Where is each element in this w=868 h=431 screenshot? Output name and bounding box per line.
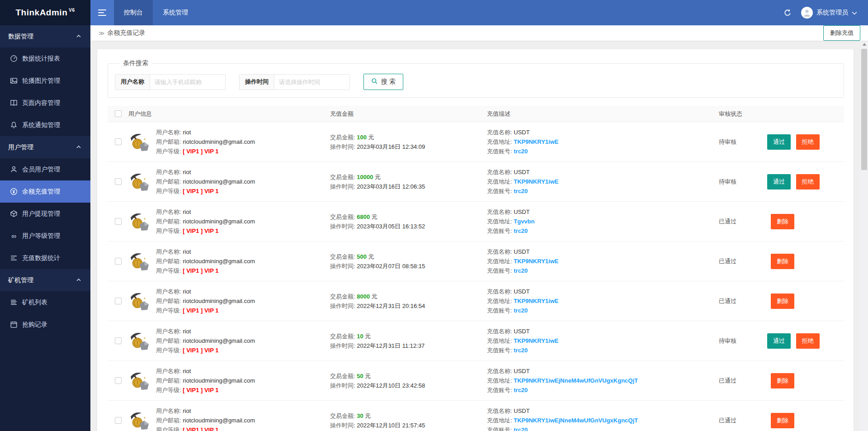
sidebar-group-miner[interactable]: 矿机管理 bbox=[0, 269, 90, 291]
amount-value: 10 bbox=[357, 333, 363, 340]
approve-button[interactable]: 通过 bbox=[767, 174, 791, 189]
sidebar-group-data[interactable]: 数据管理 bbox=[0, 25, 90, 47]
sidebar-item-withdraw[interactable]: 用户提现管理 bbox=[0, 203, 90, 225]
user-name-value: riot bbox=[183, 407, 191, 414]
row-checkbox[interactable] bbox=[115, 298, 122, 304]
charge-name-value: USDT bbox=[514, 248, 529, 255]
charge-account-value[interactable]: trc20 bbox=[514, 347, 528, 354]
charge-address-value[interactable]: TKP9NKRY1iwE bbox=[514, 337, 558, 344]
charge-account-value[interactable]: trc20 bbox=[514, 267, 528, 274]
charge-name-label: 充值名称: bbox=[487, 288, 512, 295]
amount-value: 30 bbox=[357, 412, 363, 419]
time-value: 2022年12月10日 21:57:45 bbox=[357, 422, 425, 429]
sidebar-item-member[interactable]: 会员用户管理 bbox=[0, 158, 90, 180]
row-checkbox[interactable] bbox=[115, 258, 122, 265]
charge-address-value[interactable]: TKP9NKRY1iwE bbox=[514, 258, 558, 265]
brand-name: ThinkAdmin bbox=[15, 8, 67, 18]
select-all-checkbox[interactable] bbox=[115, 110, 122, 117]
time-value: 2023年03月05日 16:13:52 bbox=[357, 223, 425, 230]
amount-value: 6800 bbox=[357, 213, 370, 220]
delete-button[interactable]: 删除 bbox=[771, 413, 794, 428]
row-checkbox[interactable] bbox=[115, 178, 122, 185]
charge-address-label: 充值地址: bbox=[487, 298, 512, 304]
table-body: 用户名称: riot 用户邮箱: riotcloudmining@gmail.c… bbox=[108, 122, 844, 431]
charge-address-value[interactable]: TKP9NKRY1iwE bbox=[514, 298, 558, 304]
charge-address-value[interactable]: TKP9NKRY1iwEjNneM4wUfGnVUgxKgncQjT bbox=[514, 417, 638, 424]
time-label: 操作时间: bbox=[330, 223, 355, 230]
vertical-scrollbar[interactable] bbox=[860, 41, 868, 431]
user-name: 系统管理员 bbox=[816, 9, 848, 17]
sidebar-item-notification[interactable]: 系统通知管理 bbox=[0, 114, 90, 136]
charge-name-label: 充值名称: bbox=[487, 368, 512, 374]
topbar: 控制台 系统管理 系统管理员 bbox=[90, 0, 868, 25]
col-user-info: 用户信息 bbox=[128, 110, 330, 118]
amount-unit: 元 bbox=[372, 293, 377, 300]
user-level-value: [ VIP1 ] VIP 1 bbox=[183, 188, 218, 194]
delete-button[interactable]: 删除 bbox=[771, 254, 794, 269]
row-checkbox[interactable] bbox=[115, 377, 122, 384]
sidebar-item-level[interactable]: ∞ 用户等级管理 bbox=[0, 225, 90, 247]
charge-account-value[interactable]: trc20 bbox=[514, 148, 528, 155]
user-name-label: 用户名称: bbox=[156, 407, 181, 414]
withdraw-icon bbox=[10, 210, 18, 218]
user-menu[interactable]: 系统管理员 bbox=[797, 0, 868, 25]
charge-account-label: 充值账号: bbox=[487, 188, 512, 194]
charge-address-value[interactable]: Tgvvbn bbox=[514, 218, 534, 225]
miner-avatar bbox=[128, 131, 150, 153]
row-checkbox[interactable] bbox=[115, 138, 122, 145]
sidebar-item-miner-list[interactable]: 矿机列表 bbox=[0, 291, 90, 313]
charge-account-label: 充值账号: bbox=[487, 227, 512, 234]
scroll-up-icon[interactable] bbox=[860, 41, 868, 48]
sidebar-item-carousel[interactable]: 轮播图片管理 bbox=[0, 70, 90, 92]
charge-account-value[interactable]: trc20 bbox=[514, 227, 528, 234]
delete-button[interactable]: 删除 bbox=[771, 294, 794, 309]
reject-button[interactable]: 拒绝 bbox=[796, 134, 820, 150]
charge-name-value: USDT bbox=[514, 169, 529, 175]
charge-account-value[interactable]: trc20 bbox=[514, 307, 528, 314]
username-input[interactable] bbox=[150, 74, 226, 90]
charge-account-label: 充值账号: bbox=[487, 387, 512, 393]
delete-button[interactable]: 删除 bbox=[771, 373, 794, 388]
sidebar-group-user[interactable]: 用户管理 bbox=[0, 136, 90, 158]
delete-recharge-button[interactable]: 删除充值 bbox=[823, 25, 860, 41]
approve-button[interactable]: 通过 bbox=[767, 134, 791, 150]
sidebar-item-recharge[interactable]: 余额充值管理 bbox=[0, 180, 90, 203]
item-label: 用户提现管理 bbox=[22, 210, 60, 218]
group-label: 用户管理 bbox=[8, 143, 33, 152]
sidebar-item-report[interactable]: 数据统计报表 bbox=[0, 47, 90, 70]
charge-account-value[interactable]: trc20 bbox=[514, 387, 528, 393]
refresh-icon[interactable] bbox=[778, 0, 797, 25]
reject-button[interactable]: 拒绝 bbox=[796, 174, 820, 189]
amount-value: 500 bbox=[357, 253, 367, 260]
tab-system[interactable]: 系统管理 bbox=[153, 0, 198, 25]
user-email-label: 用户邮箱: bbox=[156, 258, 181, 265]
charge-account-value[interactable]: trc20 bbox=[514, 188, 528, 194]
item-label: 充值数据统计 bbox=[22, 254, 60, 262]
user-email-value: riotcloudmining@gmail.com bbox=[183, 298, 255, 304]
user-avatar-icon bbox=[801, 7, 813, 19]
approve-button[interactable]: 通过 bbox=[767, 333, 791, 349]
charge-account-label: 充值账号: bbox=[487, 426, 512, 431]
charge-address-value[interactable]: TKP9NKRY1iwE bbox=[514, 178, 558, 185]
sidebar-item-recharge-stats[interactable]: 充值数据统计 bbox=[0, 247, 90, 269]
delete-button[interactable]: 删除 bbox=[771, 214, 794, 229]
row-checkbox[interactable] bbox=[115, 218, 122, 225]
status-text: 已通过 bbox=[719, 218, 736, 225]
sidebar-item-purchase-record[interactable]: 抢购记录 bbox=[0, 313, 90, 336]
row-checkbox[interactable] bbox=[115, 417, 122, 424]
breadcrumb-bar: ≫ 余额充值记录 删除充值 bbox=[90, 25, 868, 41]
charge-account-label: 充值账号: bbox=[487, 347, 512, 354]
search-button[interactable]: 搜 索 bbox=[363, 74, 403, 90]
tab-console[interactable]: 控制台 bbox=[114, 0, 153, 25]
charge-address-value[interactable]: TKP9NKRY1iwE bbox=[514, 138, 558, 145]
row-checkbox[interactable] bbox=[115, 337, 122, 344]
sidebar-item-page-content[interactable]: 页面内容管理 bbox=[0, 92, 90, 114]
reject-button[interactable]: 拒绝 bbox=[796, 333, 820, 349]
optime-input[interactable] bbox=[274, 74, 350, 90]
menu-toggle-icon[interactable] bbox=[90, 0, 114, 25]
charge-address-value[interactable]: TKP9NKRY1iwEjNneM4wUfGnVUgxKgncQjT bbox=[514, 377, 638, 384]
scrollbar-thumb[interactable] bbox=[861, 49, 867, 170]
user-email-value: riotcloudmining@gmail.com bbox=[183, 178, 255, 185]
charge-account-value[interactable]: trc20 bbox=[514, 426, 528, 431]
col-description: 充值描述 bbox=[487, 110, 719, 118]
